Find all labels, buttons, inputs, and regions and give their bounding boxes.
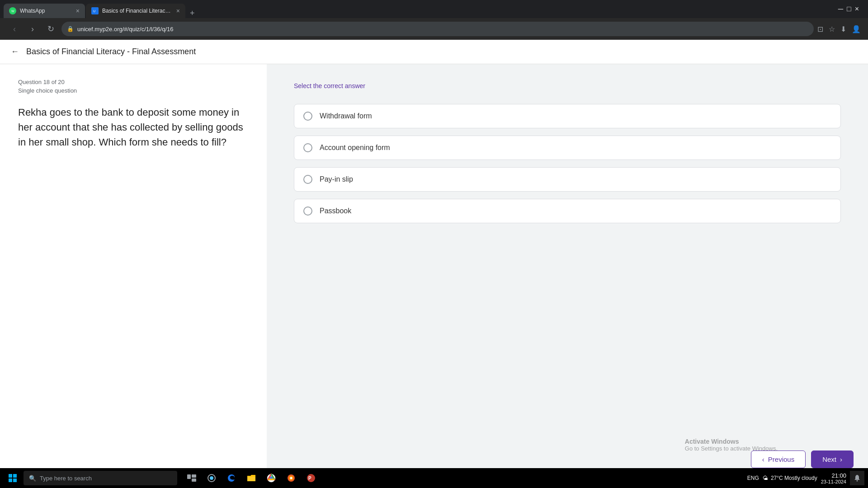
tab-bar: W WhatsApp × U Basics of Financial Liter…: [4, 0, 836, 18]
app-content: ← Basics of Financial Literacy - Final A…: [0, 40, 868, 488]
svg-point-21: [857, 480, 858, 482]
cast-icon[interactable]: ⊡: [817, 25, 823, 33]
tab-unicef-title: Basics of Financial Literacy - Fin: [102, 8, 173, 14]
tab-whatsapp-close[interactable]: ×: [76, 7, 80, 14]
main-layout: Question 18 of 20 Single choice question…: [0, 64, 868, 488]
new-tab-button[interactable]: +: [186, 9, 198, 18]
bottom-navigation: ‹ Previous Next ›: [751, 450, 854, 468]
option-withdrawal-form-label: Withdrawal form: [320, 112, 372, 120]
firefox-button[interactable]: [282, 469, 300, 487]
svg-point-12: [210, 476, 213, 480]
option-account-opening-form[interactable]: Account opening form: [294, 136, 841, 160]
weather-text: 27°C Mostly cloudy: [771, 475, 817, 481]
answer-instruction: Select the correct answer: [294, 82, 841, 89]
tab-whatsapp[interactable]: W WhatsApp ×: [4, 4, 85, 18]
tab-unicef-close[interactable]: ×: [176, 7, 180, 14]
next-icon: ›: [840, 455, 842, 463]
whatsapp-favicon: W: [9, 7, 16, 14]
lock-icon: 🔒: [67, 26, 74, 32]
special-app-button[interactable]: P: [302, 469, 320, 487]
back-button[interactable]: ‹: [7, 22, 22, 36]
address-text: unicef.myp2e.org/#/quiz/c/1/l/36/q/16: [77, 26, 808, 33]
radio-passbook[interactable]: [303, 206, 312, 216]
right-panel: Select the correct answer Withdrawal for…: [267, 64, 868, 488]
previous-label: Previous: [768, 455, 794, 463]
page-back-button[interactable]: ←: [11, 47, 19, 56]
system-tray: ENG: [747, 475, 759, 481]
option-passbook-label: Passbook: [320, 207, 351, 215]
svg-rect-5: [13, 474, 17, 478]
clock-date: 23-11-2024: [821, 479, 846, 484]
file-explorer-button[interactable]: [242, 469, 260, 487]
page-header: ← Basics of Financial Literacy - Final A…: [0, 40, 868, 64]
svg-rect-8: [187, 474, 191, 479]
profile-icon[interactable]: 👤: [852, 25, 861, 33]
taskbar-search[interactable]: 🔍 Type here to search: [24, 471, 177, 485]
refresh-button[interactable]: ↻: [43, 22, 58, 36]
svg-point-18: [290, 477, 292, 479]
close-button[interactable]: ×: [855, 5, 859, 13]
option-pay-in-slip-label: Pay-in slip: [320, 175, 353, 183]
forward-button[interactable]: ›: [25, 22, 40, 36]
option-withdrawal-form[interactable]: Withdrawal form: [294, 104, 841, 128]
start-button[interactable]: [4, 469, 22, 487]
question-meta: Question 18 of 20 Single choice question: [18, 79, 249, 94]
svg-text:W: W: [11, 9, 14, 13]
taskbar-right: ENG 🌤 27°C Mostly cloudy 21:00 23-11-202…: [747, 471, 864, 485]
browser-chrome: W WhatsApp × U Basics of Financial Liter…: [0, 0, 868, 18]
task-view-button[interactable]: [183, 469, 201, 487]
svg-rect-10: [192, 479, 196, 482]
option-account-opening-form-label: Account opening form: [320, 144, 390, 152]
svg-rect-7: [13, 479, 17, 482]
notifications-button[interactable]: [850, 471, 864, 485]
address-bar-row: ‹ › ↻ 🔒 unicef.myp2e.org/#/quiz/c/1/l/36…: [0, 18, 868, 40]
svg-rect-13: [247, 477, 255, 481]
download-icon[interactable]: ⬇: [840, 25, 846, 33]
address-bar-actions: ⊡ ☆ ⬇ 👤: [817, 25, 861, 33]
weather-widget[interactable]: 🌤 27°C Mostly cloudy: [763, 475, 817, 481]
question-number: Question 18 of 20: [18, 79, 249, 85]
taskbar-apps: P: [179, 469, 745, 487]
question-type: Single choice question: [18, 87, 249, 94]
minimize-button[interactable]: ─: [838, 5, 843, 13]
page-title: Basics of Financial Literacy - Final Ass…: [26, 47, 196, 56]
previous-button[interactable]: ‹ Previous: [751, 450, 806, 468]
prev-icon: ‹: [762, 455, 764, 463]
taskbar: 🔍 Type here to search: [0, 468, 868, 488]
radio-pay-in-slip[interactable]: [303, 175, 312, 184]
weather-icon: 🌤: [763, 475, 768, 481]
radio-withdrawal-form[interactable]: [303, 112, 312, 121]
left-panel: Question 18 of 20 Single choice question…: [0, 64, 267, 488]
option-pay-in-slip[interactable]: Pay-in slip: [294, 167, 841, 192]
svg-text:P: P: [308, 476, 311, 481]
svg-rect-9: [192, 474, 196, 478]
chrome-button[interactable]: [262, 469, 280, 487]
address-bar[interactable]: 🔒 unicef.myp2e.org/#/quiz/c/1/l/36/q/16: [61, 22, 814, 36]
option-passbook[interactable]: Passbook: [294, 199, 841, 223]
lang-indicator: ENG: [747, 475, 759, 481]
restore-button[interactable]: □: [847, 5, 851, 13]
cortana-button[interactable]: [203, 469, 221, 487]
svg-rect-4: [9, 474, 12, 478]
question-text: Rekha goes to the bank to deposit some m…: [18, 105, 249, 150]
svg-rect-6: [9, 479, 12, 482]
options-list: Withdrawal form Account opening form Pay…: [294, 104, 841, 223]
unicef-favicon: U: [91, 7, 99, 14]
svg-text:U: U: [93, 9, 95, 13]
clock-time: 21:00: [821, 472, 846, 479]
search-icon: 🔍: [29, 475, 36, 482]
bookmark-icon[interactable]: ☆: [829, 25, 835, 33]
radio-account-opening-form[interactable]: [303, 143, 312, 152]
system-clock[interactable]: 21:00 23-11-2024: [821, 472, 846, 484]
tab-unicef[interactable]: U Basics of Financial Literacy - Fin ×: [86, 4, 185, 18]
tab-whatsapp-title: WhatsApp: [20, 8, 72, 14]
browser-controls: ─ □ ×: [838, 5, 864, 13]
taskbar-search-placeholder: Type here to search: [40, 475, 92, 482]
next-button[interactable]: Next ›: [811, 450, 854, 468]
edge-button[interactable]: [222, 469, 241, 487]
next-label: Next: [822, 455, 836, 463]
